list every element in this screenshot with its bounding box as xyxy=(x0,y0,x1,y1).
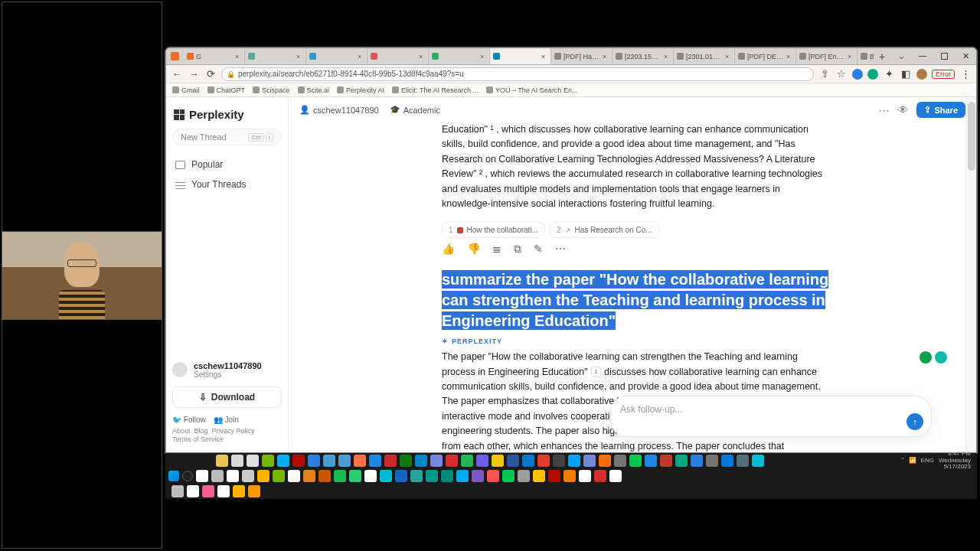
taskbar-app-icon[interactable] xyxy=(380,470,392,482)
thread-mode[interactable]: 🎓 Academic xyxy=(390,105,440,115)
copy-icon[interactable]: ⧉ xyxy=(514,243,521,256)
tab-close-icon[interactable]: × xyxy=(848,54,854,60)
browser-tab[interactable]: G× xyxy=(184,48,245,64)
taskbar-app-icon[interactable] xyxy=(430,455,443,467)
source-chip[interactable]: 1How the collaborati... xyxy=(442,222,545,238)
taskbar-app-icon[interactable] xyxy=(537,455,550,467)
share-button[interactable]: ⇪Share xyxy=(916,102,965,118)
taskbar-app-icon[interactable] xyxy=(660,455,672,467)
taskbar-app-icon[interactable] xyxy=(446,455,458,467)
blog-link[interactable]: Blog xyxy=(194,427,208,435)
tab-close-icon[interactable]: × xyxy=(235,54,241,60)
download-button[interactable]: ⇩ Download xyxy=(172,386,282,408)
tab-close-icon[interactable]: × xyxy=(541,54,547,60)
taskbar-app-icon[interactable] xyxy=(364,470,377,482)
taskbar-app-icon[interactable] xyxy=(645,455,657,467)
more-icon[interactable]: ⋯ xyxy=(555,243,566,256)
bookmark-item[interactable]: Scispace xyxy=(253,86,290,94)
badge-icon[interactable] xyxy=(935,351,947,364)
nav-back[interactable]: ← xyxy=(171,68,183,80)
taskbar-app-icon[interactable] xyxy=(262,455,274,467)
scroll-thumb[interactable] xyxy=(968,102,975,171)
bookmark-item[interactable]: YOU – The AI Search En... xyxy=(486,86,577,94)
taskbar-app-icon[interactable] xyxy=(308,455,320,467)
taskbar-app-icon[interactable] xyxy=(227,470,239,482)
taskbar-app-icon[interactable] xyxy=(522,455,534,467)
taskbar-app-icon[interactable] xyxy=(303,470,315,482)
taskbar-app-icon[interactable] xyxy=(461,455,473,467)
window-chevron[interactable]: ⌄ xyxy=(890,51,912,61)
bookmark-item[interactable]: Perplexity AI xyxy=(337,86,384,94)
taskbar-app-icon[interactable] xyxy=(187,485,199,497)
star-icon[interactable]: ☆ xyxy=(835,68,848,80)
sidebar-item-popular[interactable]: Popular xyxy=(172,155,282,174)
join-link[interactable]: 👥 Join xyxy=(214,416,239,424)
taskbar-app-icon[interactable] xyxy=(273,470,285,482)
taskbar-app-icon[interactable] xyxy=(349,470,361,482)
taskbar-app-icon[interactable] xyxy=(292,455,305,467)
tray-lang[interactable]: ENG xyxy=(921,458,934,464)
new-tab-button[interactable]: + xyxy=(874,48,890,64)
extension-icon[interactable] xyxy=(852,69,863,80)
window-minimize[interactable] xyxy=(912,56,933,57)
scrollbar[interactable] xyxy=(965,97,976,452)
tab-close-icon[interactable]: × xyxy=(664,54,670,60)
taskbar-app-icon[interactable] xyxy=(476,455,488,467)
puzzle-icon[interactable]: ✦ xyxy=(883,68,895,80)
taskbar-app-icon[interactable] xyxy=(456,470,469,482)
bookmark-item[interactable]: Elicit: The AI Research ... xyxy=(392,86,479,94)
taskbar-app-icon[interactable] xyxy=(706,455,718,467)
tray-wifi-icon[interactable]: 📶 xyxy=(909,458,916,464)
taskbar-app-icon[interactable] xyxy=(410,470,423,482)
tab-close-icon[interactable]: × xyxy=(786,54,792,60)
taskbar-app-icon[interactable] xyxy=(492,455,504,467)
thumbs-down-icon[interactable]: 👎 xyxy=(467,243,480,256)
visibility-icon[interactable]: 👁 xyxy=(897,103,909,116)
perplexity-logo[interactable]: Perplexity xyxy=(174,108,280,121)
taskbar-app-icon[interactable] xyxy=(334,470,346,482)
taskbar-app-icon[interactable] xyxy=(752,455,764,467)
browser-tab[interactable]: [PDF] DEVE...× xyxy=(735,48,796,64)
sidebar-user[interactable]: cschew11047890 Settings xyxy=(172,361,282,379)
browser-tab[interactable]: × xyxy=(368,48,429,64)
search-icon[interactable] xyxy=(182,471,193,481)
taskbar-app-icon[interactable] xyxy=(594,470,606,482)
taskbar-app-icon[interactable] xyxy=(172,485,184,497)
taskbar-app-icon[interactable] xyxy=(609,470,622,482)
bookmark-item[interactable]: ChatGPT xyxy=(207,86,246,94)
taskbar-app-icon[interactable] xyxy=(533,470,545,482)
taskbar-app-icon[interactable] xyxy=(257,470,270,482)
taskbar-app-icon[interactable] xyxy=(583,455,596,467)
taskbar-app-icon[interactable] xyxy=(518,470,530,482)
taskbar-app-icon[interactable] xyxy=(564,470,576,482)
taskbar-app-icon[interactable] xyxy=(248,485,260,497)
tab-close-icon[interactable]: × xyxy=(603,54,609,60)
window-close[interactable]: ✕ xyxy=(955,51,976,61)
follow-link[interactable]: 🐦 Follow xyxy=(172,416,206,424)
taskbar-app-icon[interactable] xyxy=(395,470,407,482)
edit-icon[interactable]: ✎ xyxy=(534,243,543,256)
taskbar-app-icon[interactable] xyxy=(579,470,591,482)
taskbar-app-icon[interactable] xyxy=(323,455,335,467)
browser-tab[interactable]: Bridging th...× xyxy=(858,48,874,64)
taskbar-app-icon[interactable] xyxy=(242,470,254,482)
taskbar-app-icon[interactable] xyxy=(629,455,642,467)
taskbar-app-icon[interactable] xyxy=(196,470,208,482)
tab-close-icon[interactable]: × xyxy=(419,54,425,60)
thumbs-up-icon[interactable]: 👍 xyxy=(442,243,455,256)
browser-tab[interactable]: × xyxy=(429,48,490,64)
more-dots-icon[interactable]: ⋯ xyxy=(878,103,890,117)
taskbar-app-icon[interactable] xyxy=(614,455,626,467)
badge-icon[interactable] xyxy=(920,351,932,364)
browser-tab[interactable]: [PDF] Enhan...× xyxy=(796,48,858,64)
view-list-icon[interactable]: ≣ xyxy=(492,243,501,256)
taskbar-app-icon[interactable] xyxy=(216,455,228,467)
about-link[interactable]: About xyxy=(172,427,191,435)
taskbar-app-icon[interactable] xyxy=(277,455,289,467)
taskbar-app-icon[interactable] xyxy=(502,470,514,482)
browser-tab[interactable]: × xyxy=(306,48,368,64)
taskbar-app-icon[interactable] xyxy=(553,455,565,467)
sidebar-item-threads[interactable]: Your Threads xyxy=(172,174,282,194)
taskbar-app-icon[interactable] xyxy=(507,455,519,467)
taskbar-app-icon[interactable] xyxy=(202,485,214,497)
